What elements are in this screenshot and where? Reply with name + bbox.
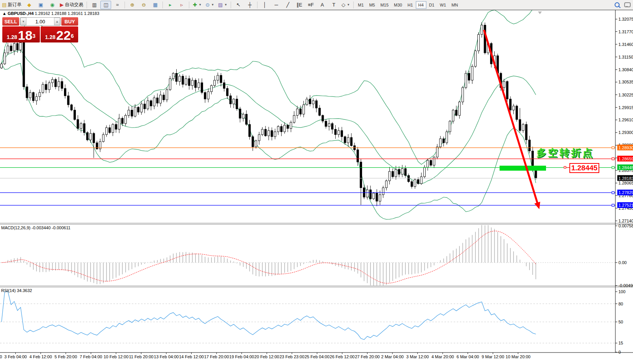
- arrows-icon: ◇: [341, 2, 345, 7]
- chart-shift-button[interactable]: ▹: [176, 1, 187, 9]
- svg-text:80: 80: [618, 302, 623, 306]
- buy-price-panel[interactable]: 1.28 22 6: [41, 26, 78, 42]
- chart-canvas[interactable]: 1.320751.317701.314601.311501.308401.305…: [0, 0, 633, 364]
- cursor-button[interactable]: ↖: [233, 1, 244, 9]
- chart-bars-button[interactable]: ▥: [89, 1, 100, 9]
- periods-button[interactable]: ⊙▼: [204, 1, 216, 9]
- ohlc-values: 1.28162 1.28188 1.28161 1.28183: [35, 11, 99, 16]
- svg-text:3 Feb 04:00: 3 Feb 04:00: [4, 354, 27, 359]
- sell-price-panel[interactable]: 1.28 18 3: [2, 26, 40, 42]
- toolbar-separator: [231, 2, 231, 8]
- vline-button[interactable]: │: [259, 1, 270, 9]
- svg-text:9 Mar 12:00: 9 Mar 12:00: [482, 354, 504, 359]
- svg-text:-0.004906: -0.004906: [618, 283, 633, 288]
- hline-button[interactable]: ─: [271, 1, 282, 9]
- svg-text:2 Mar 04:00: 2 Mar 04:00: [381, 354, 404, 359]
- main-toolbar: ▤新订单◆▣◉▶自动交易▥◫≈⊕⊖▦▸▹✚▼⊙▼▨▼↖┼│─╱∥E≡FAT◇▼ …: [0, 0, 633, 10]
- search-icon[interactable]: [615, 2, 620, 7]
- channel-button[interactable]: ∥E: [294, 1, 305, 9]
- timeframe-h4-button[interactable]: H4: [416, 1, 426, 9]
- timeframe-mn-button[interactable]: MN: [449, 1, 461, 9]
- gold-icon-icon: ◆: [27, 2, 31, 7]
- chat-icon[interactable]: [624, 2, 631, 7]
- arrows-button[interactable]: ◇▼: [340, 1, 351, 9]
- signal-icon[interactable]: ◉: [47, 1, 57, 9]
- svg-text:20 Feb 12:00: 20 Feb 12:00: [254, 354, 279, 359]
- svg-text:1.27521: 1.27521: [618, 203, 633, 207]
- auto-scroll-icon: ▸: [169, 2, 172, 7]
- svg-text:10 Mar 20:00: 10 Mar 20:00: [506, 354, 531, 359]
- indicators-button[interactable]: ✚▼: [191, 1, 203, 9]
- zoom-out-button[interactable]: ⊖: [138, 1, 149, 9]
- indicators-button-dropdown-icon[interactable]: ▼: [198, 3, 202, 7]
- price-callout-box[interactable]: 1.28445: [569, 163, 599, 173]
- turning-point-annotation[interactable]: 多空转折点: [536, 146, 594, 160]
- new-order-button-label: 新订单: [8, 2, 21, 8]
- svg-text:1.29300: 1.29300: [618, 130, 633, 135]
- fibonacci-icon: ≡F: [308, 2, 314, 7]
- svg-text:1.30225: 1.30225: [618, 93, 633, 97]
- svg-text:19 Feb 04:00: 19 Feb 04:00: [229, 354, 254, 359]
- hline-icon: ─: [275, 2, 278, 7]
- timeframe-m30-button[interactable]: M30: [391, 1, 405, 9]
- toolbar-separator: [257, 2, 257, 8]
- crosshair-button[interactable]: ┼: [244, 1, 255, 9]
- chart-shift-icon: ▹: [180, 2, 183, 7]
- fibonacci-button[interactable]: ≡F: [305, 1, 316, 9]
- templates-button[interactable]: ▨▼: [216, 1, 229, 9]
- svg-text:1.28065: 1.28065: [618, 181, 633, 185]
- buy-price-big: 22: [56, 29, 71, 41]
- timeframe-d1-button[interactable]: D1: [426, 1, 437, 9]
- arrows-button-dropdown-icon[interactable]: ▼: [347, 3, 350, 7]
- svg-text:1.28930: 1.28930: [618, 145, 633, 150]
- templates-button-dropdown-icon[interactable]: ▼: [224, 3, 227, 7]
- sell-price-prefix: 1.28: [7, 33, 17, 41]
- chart-candles-button[interactable]: ◫: [100, 1, 111, 9]
- timeframe-m5-button[interactable]: M5: [366, 1, 377, 9]
- volume-down-button[interactable]: ▼: [20, 18, 26, 25]
- one-click-trade-panel: SELL ▼ ▲ BUY 1.28 18 3 1.28 22 6: [2, 17, 78, 42]
- signal-icon-icon: ◉: [50, 2, 54, 7]
- svg-text:1.31150: 1.31150: [618, 55, 633, 59]
- zoom-in-button[interactable]: ⊕: [127, 1, 138, 9]
- auto-trading-button[interactable]: ▶自动交易: [58, 1, 85, 9]
- svg-text:1.29610: 1.29610: [618, 118, 633, 122]
- svg-text:27 Feb 20:00: 27 Feb 20:00: [355, 354, 380, 359]
- buy-button[interactable]: BUY: [61, 17, 78, 26]
- svg-text:13 Feb 04:00: 13 Feb 04:00: [154, 354, 179, 359]
- axis-price-label: 1.28445: [617, 165, 633, 170]
- timeframe-w1-button[interactable]: W1: [437, 1, 449, 9]
- chart-line-button[interactable]: ≈: [112, 1, 123, 9]
- periods-button-dropdown-icon[interactable]: ▼: [211, 3, 214, 7]
- timeframe-m1-button[interactable]: M1: [355, 1, 366, 9]
- vline-icon: │: [263, 2, 266, 7]
- buy-price-prefix: 1.28: [45, 33, 56, 41]
- highlight-rectangle[interactable]: [500, 166, 546, 171]
- toolbar-separator: [353, 2, 354, 8]
- svg-text:15: 15: [618, 341, 623, 345]
- toolbar-separator: [162, 2, 163, 8]
- svg-text:17 Feb 20:00: 17 Feb 20:00: [204, 354, 229, 359]
- textlabel-button[interactable]: T: [328, 1, 339, 9]
- timeframe-m15-button[interactable]: M15: [378, 1, 391, 9]
- trendline-button[interactable]: ╱: [282, 1, 293, 9]
- tile-windows-icon: ▦: [153, 2, 157, 7]
- svg-text:1.30535: 1.30535: [618, 80, 633, 84]
- new-order-button[interactable]: ▤新订单: [0, 1, 23, 9]
- toolbar-separator: [125, 2, 125, 8]
- tile-windows-button[interactable]: ▦: [150, 1, 161, 9]
- collapse-arrow-icon[interactable]: ▲: [2, 11, 7, 16]
- channel-icon: ∥E: [297, 2, 302, 7]
- periods-icon: ⊙: [205, 2, 210, 7]
- volume-input[interactable]: [26, 18, 54, 25]
- text-button[interactable]: A: [317, 1, 328, 9]
- svg-text:7 Feb 04:00: 7 Feb 04:00: [80, 354, 102, 359]
- sell-button[interactable]: SELL: [2, 17, 19, 26]
- auto-scroll-button[interactable]: ▸: [165, 1, 175, 9]
- terminal-icon[interactable]: ▣: [35, 1, 46, 9]
- timeframe-h1-button[interactable]: H1: [405, 1, 415, 9]
- volume-up-button[interactable]: ▲: [54, 18, 60, 25]
- cursor-icon: ↖: [236, 2, 241, 7]
- sell-price-sup: 3: [33, 31, 36, 41]
- gold-icon[interactable]: ◆: [24, 1, 34, 9]
